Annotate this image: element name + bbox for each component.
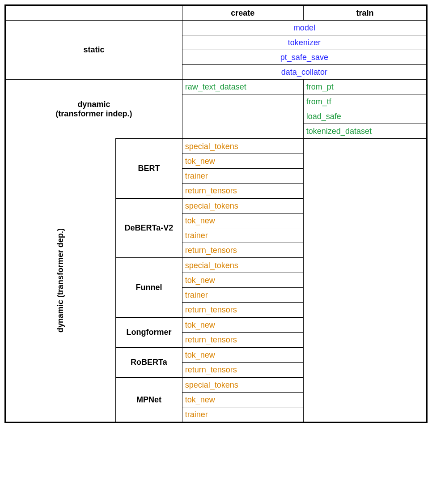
static-item: tokenizer <box>182 35 427 50</box>
dyn-dep-train-empty <box>303 139 427 423</box>
dynamic-indep-line1: dynamic <box>77 100 110 109</box>
dyn-indep-create-empty <box>182 94 303 139</box>
model-item: trainer <box>182 288 303 303</box>
dynamic-dep-label-text: dynamic (transformer dep.) <box>56 228 65 333</box>
model-label: Funnel <box>116 258 182 317</box>
section-dynamic-dep-label: dynamic (transformer dep.) <box>5 139 116 423</box>
model-item: trainer <box>182 407 303 423</box>
model-item: tok_new <box>182 273 303 288</box>
dyn-indep-train-item: from_tf <box>303 94 427 109</box>
section-dynamic-indep-label: dynamic (transformer indep.) <box>5 80 182 139</box>
dynamic-indep-line2: (transformer indep.) <box>55 109 132 118</box>
model-item: return_tensors <box>182 243 303 258</box>
model-item: tok_new <box>182 317 303 333</box>
model-item: special_tokens <box>182 258 303 273</box>
model-label: DeBERTa-V2 <box>116 198 182 258</box>
model-label: Longformer <box>116 317 182 347</box>
model-item: tok_new <box>182 154 303 169</box>
header-create: create <box>182 5 303 21</box>
dyn-indep-create-item: raw_text_dataset <box>182 80 303 94</box>
features-table: create train static model tokenizer pt_s… <box>4 4 428 423</box>
static-item: pt_safe_save <box>182 50 427 65</box>
model-item: special_tokens <box>182 198 303 214</box>
model-item: return_tensors <box>182 363 303 378</box>
model-item: return_tensors <box>182 333 303 348</box>
model-label: MPNet <box>116 377 182 423</box>
static-item: model <box>182 21 427 35</box>
dyn-indep-train-item: load_safe <box>303 109 427 124</box>
model-item: trainer <box>182 228 303 243</box>
header-train: train <box>303 5 427 21</box>
model-item: tok_new <box>182 393 303 407</box>
static-item: data_collator <box>182 65 427 80</box>
header-blank <box>5 5 182 21</box>
model-item: return_tensors <box>182 184 303 199</box>
model-item: special_tokens <box>182 139 303 154</box>
section-static-label: static <box>5 21 182 80</box>
model-item: tok_new <box>182 347 303 363</box>
model-item: trainer <box>182 169 303 184</box>
model-item: tok_new <box>182 214 303 228</box>
model-label: BERT <box>116 139 182 198</box>
model-label: RoBERTa <box>116 347 182 377</box>
model-item: special_tokens <box>182 377 303 393</box>
dyn-indep-train-item: tokenized_dataset <box>303 124 427 139</box>
dyn-indep-train-item: from_pt <box>303 80 427 94</box>
model-item: return_tensors <box>182 303 303 318</box>
